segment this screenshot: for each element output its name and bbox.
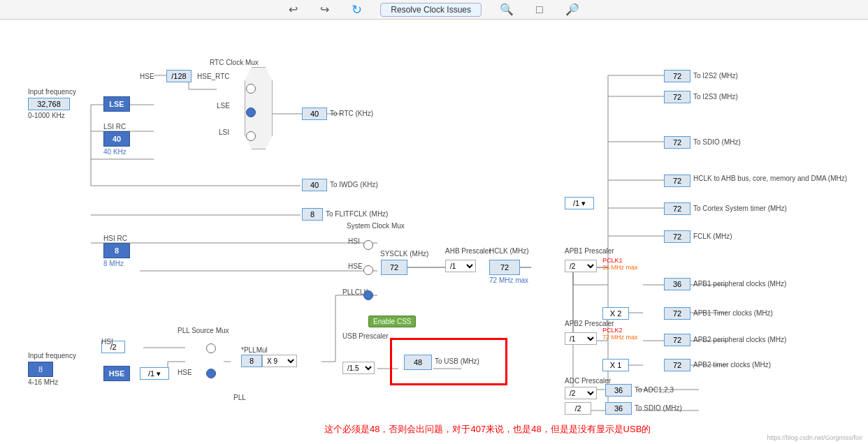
sys-mux-hsi-node[interactable]: [363, 240, 373, 250]
sdio-label: To SDIO (MHz): [635, 404, 682, 412]
input-freq-label: Input frequency: [28, 88, 76, 96]
hclk-div1-box[interactable]: /1 ▾: [565, 197, 594, 209]
input-freq2-unit: 4-16 MHz: [28, 378, 58, 386]
iwdg-val: 40: [302, 179, 327, 191]
usb-label: To USB (MHz): [435, 357, 479, 365]
apb1-timer-label: APB1 Timer clocks (MHz): [693, 309, 773, 317]
pllmul-select[interactable]: X 9X 2X 3X 4: [262, 355, 297, 367]
sdio-div-box: /2: [565, 402, 591, 415]
iwdg-label: To IWDG (KHz): [330, 181, 378, 188]
i2s2-label: To I2S2 (MHz): [693, 72, 738, 80]
apb2-timer-val: 72: [664, 359, 690, 371]
apb1-timer-val: 72: [664, 307, 690, 320]
hse-div1-select[interactable]: /1 ▾: [140, 367, 169, 380]
sdio-val: 36: [605, 402, 632, 415]
refresh-button[interactable]: ↻: [347, 1, 366, 19]
pll-src-hse-node[interactable]: [206, 369, 216, 378]
hclk-bus-label: HCLK to AHB bus, core, memory and DMA (M…: [693, 175, 791, 182]
i2s3-val: 72: [664, 91, 690, 103]
apb1-periph-label: APB1 peripheral clocks (MHz): [693, 280, 786, 288]
sys-mux-hse-node[interactable]: [363, 265, 373, 275]
hse-block: HSE: [103, 366, 130, 381]
hse-rtc-pre-label: HSE: [140, 73, 154, 80]
lse-block: LSE: [103, 96, 130, 112]
adc-prescaler-select[interactable]: /2/4/6/8: [565, 387, 597, 399]
watermark: https://blog.csdn.net/Gorgmiss/foir: [767, 434, 862, 441]
apb2-periph-label: APB2 peripheral clocks (MHz): [693, 336, 786, 343]
zoom-out-button[interactable]: 🔎: [561, 1, 584, 17]
hsi-sys-label: HSI: [348, 237, 360, 245]
apb2-x1-box: X 1: [602, 359, 629, 371]
adc-val: 36: [605, 384, 632, 397]
redo-button[interactable]: ↪: [316, 1, 333, 17]
zoom-in-button[interactable]: 🔍: [496, 1, 518, 17]
apb1-prescaler-select[interactable]: /2/1/4: [565, 260, 597, 272]
pll-src-hsi-node[interactable]: [206, 343, 216, 353]
hsi-rc-unit: 8 MHz: [103, 260, 124, 267]
input-freq2-val[interactable]: 8: [28, 362, 53, 377]
pclk1-max: 36 MHz max: [602, 264, 638, 271]
diagram-area: Input frequency 32,768 0-1000 KHz LSE LS…: [0, 20, 868, 444]
input-freq2-label: Input frequency: [28, 352, 76, 360]
pclk1-label: PCLK1: [602, 257, 623, 264]
apb2-prescaler-select[interactable]: /1/2: [565, 332, 597, 345]
hsi-pll-label: HSI: [101, 338, 113, 346]
input-freq-unit: 0-1000 KHz: [28, 112, 65, 119]
sdio2-label: To SDIO (MHz): [693, 138, 741, 146]
ahb-label: AHB Prescaler: [445, 247, 491, 255]
hse-rtc-label: HSE_RTC: [197, 73, 230, 80]
pllmul-num: 8: [241, 355, 262, 367]
div128-box: /128: [166, 70, 191, 82]
resolve-clock-button[interactable]: Resolve Clock Issues: [380, 3, 482, 17]
adc-label2: To ADC1,2,3: [635, 386, 674, 394]
apb2-periph-val: 72: [664, 334, 690, 346]
pll-src-mux-label: PLL Source Mux: [178, 327, 229, 334]
fit-button[interactable]: □: [532, 2, 547, 17]
pllmul-label: *PLLMul: [241, 346, 268, 354]
pclk2-max: 72 MHz max: [602, 334, 638, 341]
hclk-label: HCLK (MHz): [489, 247, 529, 255]
hclk-val: 72: [489, 260, 520, 275]
sys-clk-mux-label: System Clock Mux: [347, 222, 405, 230]
hse-pll-label: HSE: [178, 369, 192, 376]
cortex-label: To Cortex System timer (MHz): [693, 205, 787, 212]
input-freq-value[interactable]: 32,768: [28, 98, 70, 110]
hclk-max: 72 MHz max: [489, 276, 528, 284]
usb-val: 48: [404, 355, 432, 370]
i2s2-val: 72: [664, 70, 690, 82]
ahb-prescaler-select[interactable]: /1 /2/4/8: [445, 260, 476, 272]
lsi-rc-unit: 40 KHz: [103, 148, 126, 156]
enable-css-button[interactable]: Enable CSS: [368, 316, 416, 327]
fclk-val: 72: [664, 230, 690, 243]
sys-mux-pll-node[interactable]: [363, 290, 373, 300]
cortex-val: 72: [664, 202, 690, 215]
lse-mux-label: LSE: [217, 102, 230, 110]
hsi-rc-label: HSI RC: [103, 235, 127, 242]
apb2-timer-label: APB2 timer clocks (MHz): [693, 361, 771, 369]
usb-prescaler-label: USB Prescaler: [342, 332, 389, 340]
apb1-periph-val: 36: [664, 278, 690, 290]
pclk2-label: PCLK2: [602, 327, 623, 334]
rtc-mux-node-lsi[interactable]: [246, 131, 256, 141]
hclk-bus-val: 72: [664, 175, 690, 187]
flit-label: To FLITFCLK (MHz): [326, 210, 388, 218]
usb-prescaler-select[interactable]: /1.5/1: [342, 362, 375, 374]
lsi-mux-label: LSI: [219, 128, 229, 136]
apb1-label: APB1 Prescaler: [565, 247, 614, 255]
rtc-output-val: 40: [302, 108, 327, 120]
undo-button[interactable]: ↩: [284, 1, 302, 17]
toolbar: ↩ ↪ ↻ Resolve Clock Issues 🔍 □ 🔎: [0, 0, 868, 20]
lsi-rc-block: 40: [103, 131, 130, 147]
rtc-mux-node-lse[interactable]: [246, 108, 256, 117]
apb1-x2-box: X 2: [602, 307, 629, 320]
sysclk-val: 72: [381, 260, 407, 275]
i2s3-label: To I2S3 (MHz): [693, 93, 738, 101]
flit-val: 8: [302, 208, 323, 221]
rtc-mux-node-hse[interactable]: [246, 84, 256, 94]
chinese-comment: 这个必须是48，否则会出问题，对于407来说，也是48，但是是没有显示是USB的: [324, 423, 651, 436]
sdio2-val: 72: [664, 136, 690, 149]
pll-label: PLL: [233, 394, 246, 401]
hse-sys-label: HSE: [348, 262, 363, 270]
sysclk-label: SYSCLK (MHz): [380, 250, 428, 258]
fclk-label: FCLK (MHz): [693, 232, 732, 240]
